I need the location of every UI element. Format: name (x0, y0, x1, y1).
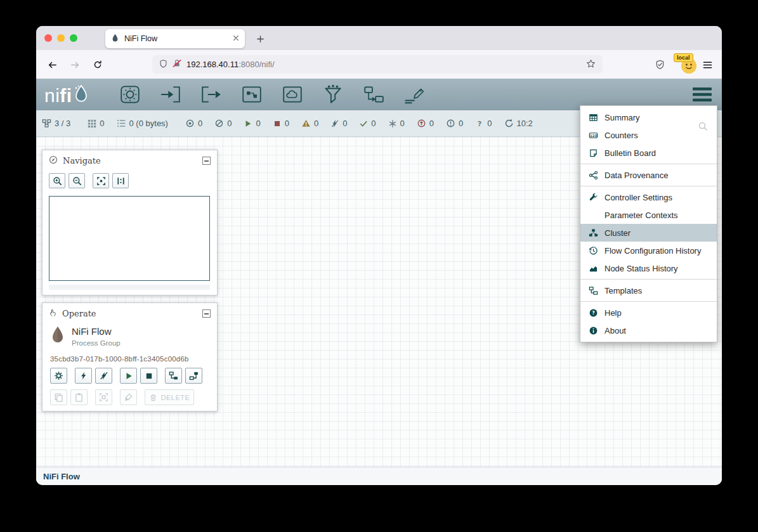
label-component[interactable] (402, 84, 427, 105)
disabled-status: 0 (330, 119, 347, 128)
process-group-component[interactable] (239, 84, 265, 105)
menu-item-data-provenance[interactable]: Data Provenance (580, 166, 717, 184)
menu-item-flow-configuration-history[interactable]: Flow Configuration History (580, 242, 717, 259)
global-menu-button[interactable] (693, 88, 712, 104)
navigation-bar: 192.168.40.11:8080/nifi/ local (36, 50, 722, 79)
menu-item-label: Controller Settings (604, 193, 672, 202)
provenance-icon (588, 171, 599, 180)
menu-item-label: Parameter Contexts (604, 211, 678, 220)
active-threads-count: 0 (100, 119, 104, 128)
navigate-buttons (49, 173, 129, 188)
refresh-status: 10:2 (504, 119, 533, 128)
profile-label: local (674, 53, 693, 62)
close-window-button[interactable] (44, 34, 52, 42)
browser-tab[interactable]: NiFi Flow (105, 29, 245, 48)
back-button[interactable] (42, 55, 62, 74)
nifi-logo: nifi (44, 84, 89, 105)
locally-modified-and-stale-status: 0 (446, 119, 463, 128)
copy-button[interactable] (50, 389, 67, 405)
queued-count: 0 (0 bytes) (129, 119, 168, 128)
sticky-note-icon (588, 148, 599, 158)
tab-close-icon[interactable] (233, 34, 239, 43)
menu-item-summary[interactable]: Summary (580, 108, 717, 126)
operate-collapse-button[interactable] (202, 309, 211, 318)
transmitting-status: 0 (185, 119, 202, 128)
delete-button[interactable]: DELETE (145, 389, 194, 405)
group-button[interactable] (95, 389, 112, 405)
menu-item-counters[interactable]: 123 Counters (580, 126, 717, 144)
svg-text:?: ? (478, 119, 482, 128)
forward-button[interactable] (65, 55, 84, 74)
remote-process-group-component[interactable] (280, 84, 305, 105)
counters-icon: 123 (588, 131, 599, 140)
processor-component[interactable] (117, 84, 143, 105)
template-icon (588, 286, 599, 295)
disabled-count: 0 (343, 119, 347, 128)
upload-template-button[interactable] (165, 368, 182, 384)
new-tab-button[interactable] (252, 32, 268, 46)
menu-item-cluster[interactable]: Cluster (580, 224, 717, 242)
cluster-cubes-icon (588, 228, 599, 238)
active-threads-status: 0 (88, 119, 104, 128)
component-toolbar (117, 84, 427, 105)
funnel-component[interactable] (320, 84, 346, 105)
global-menu: Summary 123 Counters Bulletin Board Data… (580, 105, 717, 342)
menu-item-bulletin-board[interactable]: Bulletin Board (580, 144, 717, 162)
menu-item-label: Bulletin Board (604, 148, 656, 158)
minimize-window-button[interactable] (57, 34, 65, 42)
invalid-status: 0 (301, 119, 318, 128)
menu-item-label: About (604, 326, 626, 335)
menu-item-node-status-history[interactable]: Node Status History (580, 259, 717, 277)
template-component[interactable] (361, 84, 386, 105)
menu-item-label: Cluster (604, 228, 631, 238)
not-transmitting-status: 0 (214, 119, 232, 128)
nifi-logo-drop-icon (73, 84, 89, 107)
disable-button[interactable] (95, 368, 112, 384)
navigate-collapse-button[interactable] (202, 157, 211, 165)
maximize-window-button[interactable] (70, 34, 77, 42)
start-button[interactable] (120, 368, 137, 384)
actual-size-button[interactable] (112, 173, 129, 188)
menu-item-label: Flow Configuration History (604, 246, 701, 256)
profile-button[interactable]: local (674, 53, 699, 75)
input-port-component[interactable] (158, 84, 183, 105)
enable-button[interactable] (75, 368, 92, 384)
create-template-button[interactable] (185, 368, 202, 384)
svg-text:123: 123 (590, 133, 597, 137)
configure-button[interactable] (50, 368, 67, 384)
minimap-scrollbar[interactable] (49, 285, 210, 290)
search-icon[interactable] (698, 121, 708, 134)
paste-button[interactable] (70, 389, 88, 405)
stale-count: 0 (429, 119, 434, 128)
breadcrumb[interactable]: NiFi Flow (43, 472, 80, 481)
navigate-panel: Navigate (42, 150, 218, 295)
output-port-component[interactable] (199, 84, 224, 105)
window-controls (44, 34, 77, 42)
menu-item-about[interactable]: About (580, 321, 717, 339)
transmitting-count: 0 (198, 119, 202, 128)
invalid-count: 0 (314, 119, 318, 128)
url-bar[interactable]: 192.168.40.11:8080/nifi/ (152, 55, 603, 74)
breadcrumb-bar: NiFi Flow (36, 467, 722, 485)
info-icon (588, 326, 599, 335)
tracking-protection-shield-icon[interactable] (159, 59, 167, 70)
stop-button[interactable] (140, 368, 157, 384)
zoom-in-button[interactable] (49, 173, 65, 188)
screenshot-stage: NiFi Flow 192.168.40.11:8080 (0, 0, 758, 532)
browser-window: NiFi Flow 192.168.40.11:8080 (36, 26, 722, 485)
birdseye-minimap[interactable] (49, 196, 210, 281)
menu-item-parameter-contexts[interactable]: Parameter Contexts (580, 206, 717, 224)
zoom-fit-button[interactable] (93, 173, 109, 188)
tab-bar: NiFi Flow (36, 26, 722, 50)
shield-badge-icon[interactable] (650, 55, 669, 74)
browser-menu-button[interactable] (698, 55, 717, 74)
menu-item-templates[interactable]: Templates (580, 282, 717, 299)
compass-icon (49, 155, 58, 166)
zoom-out-button[interactable] (69, 173, 85, 188)
fill-color-button[interactable] (120, 389, 137, 405)
bookmark-star-icon[interactable] (586, 59, 596, 70)
menu-item-controller-settings[interactable]: Controller Settings (580, 188, 717, 206)
reload-button[interactable] (88, 55, 107, 74)
menu-item-help[interactable]: ? Help (580, 304, 717, 321)
insecure-lock-icon[interactable] (173, 59, 181, 70)
